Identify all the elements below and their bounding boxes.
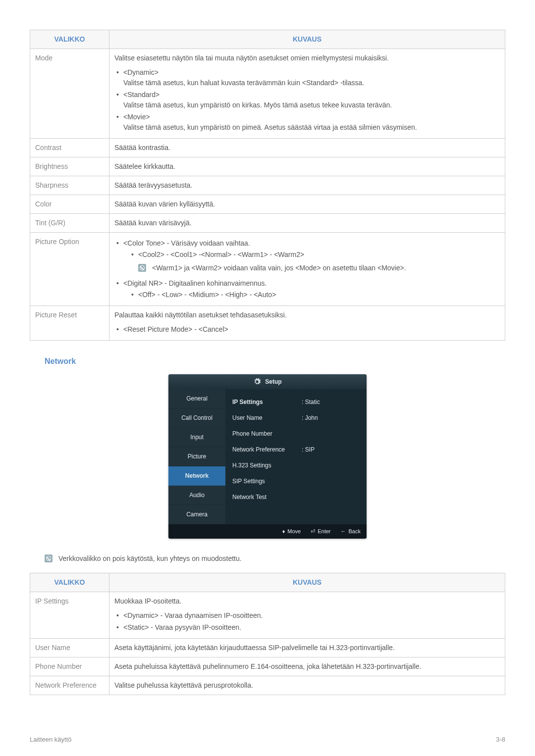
table-row: Color Säätää kuvan värien kylläisyyttä. [30, 195, 505, 214]
row-label: Tint (G/R) [30, 214, 109, 233]
setup-label: H.323 Settings [232, 461, 302, 470]
row-label: Network Preference [30, 676, 109, 695]
col-header-menu: VALIKKO [30, 573, 109, 592]
footer-right: 3-8 [496, 735, 505, 745]
gear-icon [253, 378, 261, 386]
list-item: <Standard> Valitse tämä asetus, kun ympä… [123, 90, 500, 110]
row-desc: Muokkaa IP-osoitetta. <Dynamic> - Varaa … [109, 592, 505, 638]
row-desc: Säätelee kirkkautta. [109, 157, 505, 176]
row-desc: Aseta käyttäjänimi, jota käytetään kirja… [109, 638, 505, 657]
network-section-heading: Network [45, 355, 505, 367]
setup-row-network-test[interactable]: Network Test [232, 489, 360, 505]
sidebar-item-network[interactable]: Network [168, 466, 225, 486]
list-item: <Dynamic> Valitse tämä asetus, kun halua… [123, 67, 500, 88]
setup-row-network-pref[interactable]: Network Preference : SIP [232, 442, 360, 457]
setup-label: User Name [232, 413, 302, 422]
table-row: Mode Valitse esiasetettu näytön tila tai… [30, 49, 505, 139]
network-settings-table: VALIKKO KUVAUS IP Settings Muokkaa IP-os… [30, 573, 505, 695]
setup-panel: Setup General Call Control Input Picture… [168, 374, 367, 539]
ip-dynamic: <Dynamic> - Varaa dynaamisen IP-osoittee… [123, 610, 500, 621]
note-icon [45, 554, 53, 562]
color-tone-title: <Color Tone> - Värisävy voidaan vaihtaa. [123, 239, 250, 247]
network-note-text: Verkkovalikko on pois käytöstä, kun yhte… [58, 554, 242, 564]
mode-dynamic-title: <Dynamic> [123, 67, 500, 78]
mode-movie-desc: Valitse tämä asetus, kun ympäristö on pi… [123, 122, 500, 133]
color-tone-note: <Warm1> ja <Warm2> voidaan valita vain, … [152, 263, 406, 273]
row-desc: Säätää kuvan värien kylläisyyttä. [109, 195, 505, 214]
list-item: <Color Tone> - Värisävy voidaan vaihtaa.… [123, 238, 500, 273]
row-label: Sharpness [30, 176, 109, 195]
setup-value: : Static [302, 398, 360, 406]
row-label: Picture Option [30, 233, 109, 306]
row-label: Brightness [30, 157, 109, 176]
mode-standard-desc: Valitse tämä asetus, kun ympäristö on ki… [123, 100, 500, 110]
list-item: <Digital NR> - Digitaalinen kohinanvaime… [123, 278, 500, 300]
setup-label: Network Preference [232, 445, 302, 454]
sidebar-item-camera[interactable]: Camera [168, 505, 225, 524]
enter-icon: ⏎ [311, 527, 315, 536]
sidebar-item-input[interactable]: Input [168, 428, 225, 447]
col-header-desc: KUVAUS [109, 573, 505, 592]
table-row: Sharpness Säätää terävyysasetusta. [30, 176, 505, 195]
mode-dynamic-desc: Valitse tämä asetus, kun haluat kuvasta … [123, 78, 500, 88]
left-arrow-icon: ← [341, 527, 346, 536]
mode-intro: Valitse esiasetettu näytön tila tai muut… [114, 53, 500, 63]
setup-label: Network Test [232, 493, 302, 502]
sidebar-item-call-control[interactable]: Call Control [168, 408, 225, 428]
setup-title-bar: Setup [168, 374, 367, 389]
setup-sidebar: General Call Control Input Picture Netwo… [168, 389, 225, 524]
setup-row-h323[interactable]: H.323 Settings [232, 457, 360, 473]
mode-movie-title: <Movie> [123, 112, 500, 122]
row-desc: Aseta puheluissa käytettävä puhelinnumer… [109, 657, 505, 676]
network-note: Verkkovalikko on pois käytöstä, kun yhte… [45, 554, 505, 564]
row-label: User Name [30, 638, 109, 657]
digital-nr-values: <Off> - <Low> - <Midium> - <High> - <Aut… [138, 290, 500, 300]
footer-enter: ⏎ Enter [311, 527, 330, 536]
ip-intro: Muokkaa IP-osoitetta. [114, 596, 500, 606]
row-desc: Säätää terävyysasetusta. [109, 176, 505, 195]
note-icon [138, 264, 146, 272]
setup-row-user-name[interactable]: User Name : John [232, 410, 360, 426]
row-label: IP Settings [30, 592, 109, 638]
picture-reset-values: <Reset Picture Mode> - <Cancel> [123, 324, 500, 335]
row-label: Mode [30, 49, 109, 139]
sidebar-item-audio[interactable]: Audio [168, 486, 225, 505]
setup-value: : SIP [302, 445, 360, 454]
table-row: Picture Option <Color Tone> - Värisävy v… [30, 233, 505, 306]
col-header-desc: KUVAUS [109, 30, 505, 49]
row-desc: Säätää kontrastia. [109, 139, 505, 157]
row-desc: Säätää kuvan värisävyjä. [109, 214, 505, 233]
footer-move: ♦ Move [282, 527, 301, 536]
setup-value: : John [302, 413, 360, 422]
row-label: Color [30, 195, 109, 214]
setup-main: IP Settings : Static User Name : John Ph… [225, 389, 367, 524]
setup-row-sip[interactable]: SIP Settings [232, 473, 360, 489]
row-desc: Valitse puhelussa käytettävä perusprotok… [109, 676, 505, 695]
picture-reset-desc: Palauttaa kaikki näyttötilan asetukset t… [114, 310, 500, 320]
page-footer: Laitteen käyttö 3-8 [30, 735, 505, 745]
color-tone-values: <Cool2> - <Cool1> -<Normal> - <Warm1> - … [138, 250, 500, 260]
table-row: Contrast Säätää kontrastia. [30, 139, 505, 157]
sidebar-item-general[interactable]: General [168, 389, 225, 408]
col-header-menu: VALIKKO [30, 30, 109, 49]
setup-label: IP Settings [232, 398, 302, 406]
footer-left: Laitteen käyttö [30, 735, 72, 745]
table-row: IP Settings Muokkaa IP-osoitetta. <Dynam… [30, 592, 505, 638]
setup-footer: ♦ Move ⏎ Enter ← Back [168, 524, 367, 539]
table-row: User Name Aseta käyttäjänimi, jota käyte… [30, 638, 505, 657]
list-item: <Movie> Valitse tämä asetus, kun ympäris… [123, 112, 500, 133]
updown-arrow-icon: ♦ [282, 527, 285, 536]
ip-static: <Static> - Varaa pysyvän IP-osoitteen. [123, 622, 500, 633]
row-label: Contrast [30, 139, 109, 157]
table-row: Brightness Säätelee kirkkautta. [30, 157, 505, 176]
mode-standard-title: <Standard> [123, 90, 500, 100]
setup-row-phone-number[interactable]: Phone Number [232, 426, 360, 442]
footer-back: ← Back [341, 527, 361, 536]
setup-row-ip-settings[interactable]: IP Settings : Static [232, 394, 360, 410]
table-row: Network Preference Valitse puhelussa käy… [30, 676, 505, 695]
sidebar-item-picture[interactable]: Picture [168, 447, 225, 466]
row-desc: Valitse esiasetettu näytön tila tai muut… [109, 49, 505, 139]
row-label: Phone Number [30, 657, 109, 676]
setup-title-text: Setup [265, 377, 281, 386]
digital-nr-title: <Digital NR> - Digitaalinen kohinanvaime… [123, 279, 267, 287]
